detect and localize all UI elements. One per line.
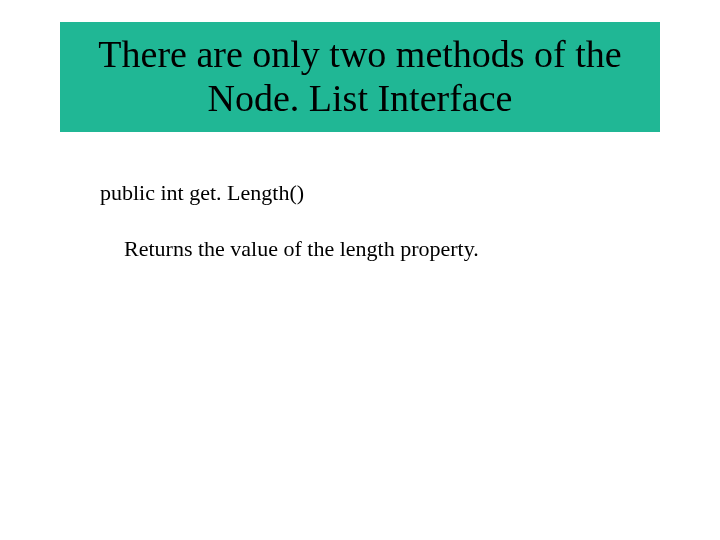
slide: There are only two methods of the Node. … <box>0 0 720 540</box>
method-description: Returns the value of the length property… <box>124 236 640 262</box>
slide-body: public int get. Length() Returns the val… <box>100 180 640 262</box>
method-signature: public int get. Length() <box>100 180 640 206</box>
slide-title-box: There are only two methods of the Node. … <box>60 22 660 132</box>
slide-title: There are only two methods of the Node. … <box>60 33 660 120</box>
